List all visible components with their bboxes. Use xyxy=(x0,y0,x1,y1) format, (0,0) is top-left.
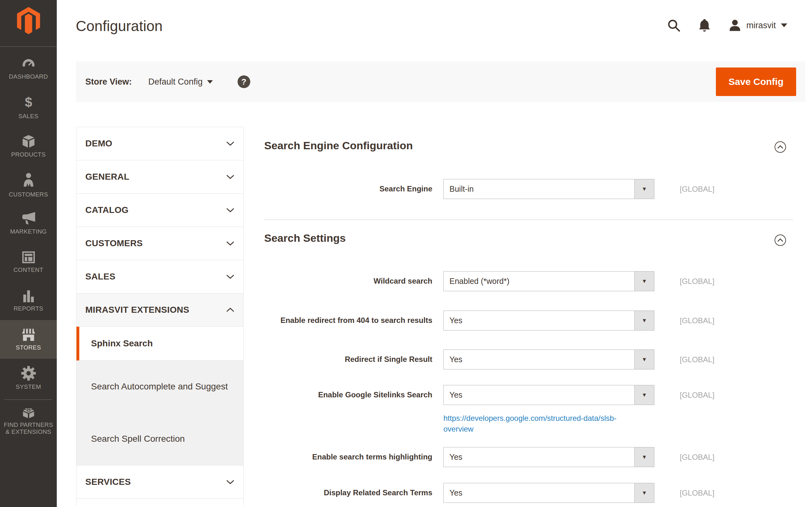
help-icon[interactable]: ? xyxy=(238,75,250,88)
dropdown-arrow-icon[interactable]: ▼ xyxy=(635,483,654,503)
store-view-label: Store View: xyxy=(85,77,132,87)
dashboard-gauge-icon xyxy=(21,58,36,70)
nav-section-catalog[interactable]: CATALOG xyxy=(77,193,243,227)
store-view-switcher[interactable]: Default Config xyxy=(148,77,213,87)
redirect-single-result-select[interactable]: Yes ▼ xyxy=(444,349,654,370)
header-actions: mirasvit xyxy=(667,18,787,32)
search-terms-highlighting-select[interactable]: Yes ▼ xyxy=(444,447,654,467)
form-row-search-terms-highlighting: Enable search terms highlighting Yes ▼ [… xyxy=(264,447,806,467)
nav-item-search-spell-correction[interactable]: Search Spell Correction xyxy=(77,413,243,465)
section-divider xyxy=(264,220,793,220)
admin-sidebar: DASHBOARD $ SALES PRODUCTS CUSTOMERS xyxy=(0,0,57,507)
chevron-down-icon xyxy=(226,241,235,246)
dropdown-arrow-icon[interactable]: ▼ xyxy=(635,311,654,330)
nav-section-customers[interactable]: CUSTOMERS xyxy=(77,227,243,260)
chevron-down-icon xyxy=(207,80,213,83)
field-label: Enable Google Sitelinks Search xyxy=(264,390,432,400)
sidebar-item-label: PRODUCTS xyxy=(9,151,48,158)
field-label: Wildcard search xyxy=(264,276,432,286)
chevron-down-icon xyxy=(226,208,235,213)
field-label: Enable search terms highlighting xyxy=(264,452,432,462)
nav-section-label: CATALOG xyxy=(85,205,129,215)
field-scope: [GLOBAL] xyxy=(680,489,806,498)
magento-logo-icon[interactable] xyxy=(13,7,44,34)
notifications-bell-icon[interactable] xyxy=(698,18,711,32)
sidebar-item-products[interactable]: PRODUCTS xyxy=(0,127,57,165)
sidebar-divider xyxy=(4,399,52,400)
sidebar-item-label: SYSTEM xyxy=(14,383,43,390)
dropdown-arrow-icon[interactable]: ▼ xyxy=(635,272,654,291)
chevron-up-icon xyxy=(777,238,783,242)
sidebar-item-customers[interactable]: CUSTOMERS xyxy=(0,165,57,204)
dropdown-arrow-icon[interactable]: ▼ xyxy=(635,350,654,369)
nav-section-label: SALES xyxy=(85,272,115,282)
sidebar-item-label: REPORTS xyxy=(12,305,45,312)
dollar-icon: $ xyxy=(22,95,35,110)
sidebar-item-dashboard[interactable]: DASHBOARD xyxy=(0,49,57,88)
nav-item-label: Sphinx Search xyxy=(91,338,153,349)
select-value: Yes xyxy=(444,316,462,325)
form-row-redirect-single-result: Redirect if Single Result Yes ▼ [GLOBAL] xyxy=(264,349,806,370)
megaphone-icon xyxy=(21,212,36,225)
nav-section-services[interactable]: SERVICES xyxy=(77,465,243,499)
redirect-404-select[interactable]: Yes ▼ xyxy=(444,311,654,331)
select-value: Enabled (*word*) xyxy=(444,277,509,286)
nav-item-search-autocomplete[interactable]: Search Autocomplete and Suggest xyxy=(77,360,243,413)
nav-section-label: MIRASVIT EXTENSIONS xyxy=(85,305,189,315)
sidebar-item-label: FIND PARTNERS & EXTENSIONS xyxy=(0,421,57,435)
sidebar-menu: DASHBOARD $ SALES PRODUCTS CUSTOMERS xyxy=(0,49,57,438)
dropdown-arrow-icon[interactable]: ▼ xyxy=(635,447,654,467)
person-icon xyxy=(22,172,35,188)
user-avatar-icon xyxy=(728,19,741,32)
sidebar-item-label: MARKETING xyxy=(8,228,49,235)
chevron-down-icon xyxy=(226,480,235,485)
google-sitelinks-select[interactable]: Yes ▼ xyxy=(444,385,654,405)
section-title-search-engine-configuration: Search Engine Configuration xyxy=(264,139,413,152)
nav-section-sales[interactable]: SALES xyxy=(77,260,243,293)
sidebar-divider xyxy=(0,46,57,47)
dropdown-arrow-icon[interactable]: ▼ xyxy=(635,179,654,199)
nav-section-demo[interactable]: DEMO xyxy=(77,127,243,160)
nav-section-mirasvit-extensions[interactable]: MIRASVIT EXTENSIONS xyxy=(77,293,243,327)
bar-chart-icon xyxy=(22,290,35,302)
sidebar-item-content[interactable]: CONTENT xyxy=(0,243,57,281)
form-row-related-search-terms: Display Related Search Terms Yes ▼ [GLOB… xyxy=(264,483,806,503)
sidebar-item-sales[interactable]: $ SALES xyxy=(0,88,57,127)
config-section-nav: DEMO GENERAL CATALOG CUSTOMERS SALES xyxy=(76,127,244,505)
search-engine-select[interactable]: Built-in ▼ xyxy=(444,179,654,199)
dropdown-arrow-icon[interactable]: ▼ xyxy=(635,385,654,405)
sidebar-item-label: STORES xyxy=(14,344,43,351)
collapse-section-button[interactable] xyxy=(774,234,786,246)
nav-section-general[interactable]: GENERAL xyxy=(77,160,243,193)
form-row-google-sitelinks: Enable Google Sitelinks Search Yes ▼ [GL… xyxy=(264,385,806,405)
nav-item-sphinx-search[interactable]: Sphinx Search xyxy=(77,327,243,360)
sidebar-item-find-partners[interactable]: FIND PARTNERS & EXTENSIONS xyxy=(0,403,57,438)
field-scope: [GLOBAL] xyxy=(680,355,806,364)
save-config-button[interactable]: Save Config xyxy=(716,67,796,96)
sidebar-item-stores[interactable]: STORES xyxy=(0,320,57,359)
user-menu[interactable]: mirasvit xyxy=(728,19,787,32)
related-search-terms-select[interactable]: Yes ▼ xyxy=(444,483,654,503)
nav-section-label: SERVICES xyxy=(85,477,131,487)
nav-section-label: GENERAL xyxy=(85,172,130,182)
user-name: mirasvit xyxy=(746,20,776,31)
collapse-section-button[interactable] xyxy=(774,141,786,153)
wildcard-search-select[interactable]: Enabled (*word*) ▼ xyxy=(444,271,654,291)
sidebar-item-reports[interactable]: REPORTS xyxy=(0,281,57,320)
sidebar-item-system[interactable]: SYSTEM xyxy=(0,359,57,397)
select-value: Built-in xyxy=(444,184,473,193)
main-area: Configuration mirasvit Store View: Defau… xyxy=(57,0,812,507)
chevron-down-icon xyxy=(781,23,787,27)
chevron-up-icon xyxy=(226,307,235,313)
sidebar-item-marketing[interactable]: MARKETING xyxy=(0,204,57,243)
sidebar-item-label: CONTENT xyxy=(12,267,45,274)
svg-text:$: $ xyxy=(25,95,32,110)
sitelinks-doc-link[interactable]: https://developers.google.com/structured… xyxy=(444,413,637,434)
field-scope: [GLOBAL] xyxy=(680,277,806,286)
select-value: Yes xyxy=(444,390,462,400)
search-icon[interactable] xyxy=(667,19,680,32)
nav-next-section-partial xyxy=(77,499,243,505)
store-view-value: Default Config xyxy=(148,77,203,87)
form-row-wildcard-search: Wildcard search Enabled (*word*) ▼ [GLOB… xyxy=(264,271,806,291)
chevron-down-icon xyxy=(226,274,235,279)
